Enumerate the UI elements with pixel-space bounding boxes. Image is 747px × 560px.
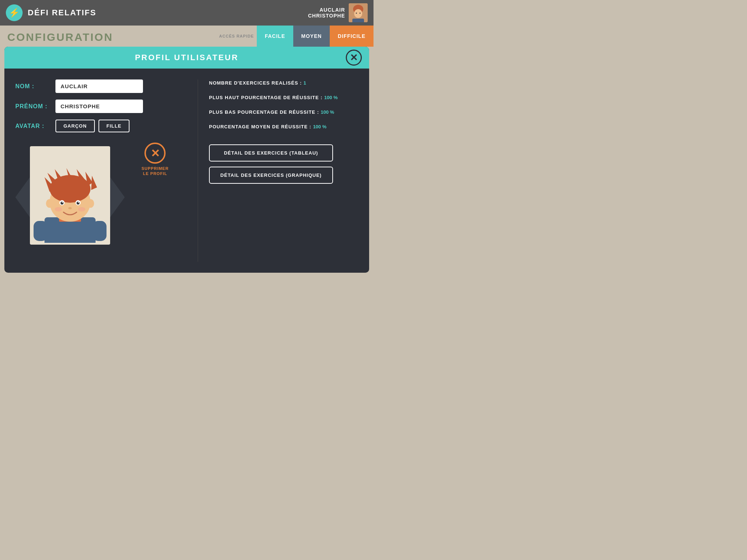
facile-button[interactable]: FACILE bbox=[257, 26, 293, 47]
garcon-button[interactable]: GARÇON bbox=[55, 120, 95, 132]
top-bar: ⚡ Défi Relatifs AUCLAIR CHRISTOPHE bbox=[0, 0, 374, 26]
actions-section: DÉTAIL DES EXERCICES (TABLEAU) DÉTAIL DE… bbox=[209, 144, 358, 184]
stat-moyen: POURCENTAGE MOYEN DE RÉUSSITE : 100 % bbox=[209, 123, 358, 130]
acces-rapide-label: ACCÈS RAPIDE bbox=[219, 34, 254, 38]
left-panel: NOM : PRÉNOM : AVATAR : GARÇON FILLE bbox=[15, 79, 190, 262]
delete-icon: ✕ bbox=[151, 147, 160, 160]
moyen-button[interactable]: MOYEN bbox=[293, 26, 330, 47]
svg-marker-17 bbox=[91, 176, 97, 190]
avatar-section: AVATAR : GARÇON FILLE bbox=[15, 120, 190, 132]
stat-plus-bas: PLUS BAS POURCENTAGE DE RÉUSSITE : 100 % bbox=[209, 109, 358, 115]
stat-plus-haut: PLUS HAUT POURCENTAGE DE RÉUSSITE : 100 … bbox=[209, 94, 358, 101]
svg-rect-30 bbox=[93, 221, 107, 241]
modal-title: PROFIL UTILISATEUR bbox=[28, 53, 346, 62]
close-icon: ✕ bbox=[350, 52, 358, 63]
user-last-name: AUCLAIR bbox=[308, 7, 345, 13]
delete-button[interactable]: ✕ bbox=[144, 143, 166, 164]
avatar-display-area bbox=[15, 139, 128, 252]
svg-point-4 bbox=[356, 13, 357, 14]
app-title: Défi Relatifs bbox=[28, 8, 96, 18]
svg-point-18 bbox=[46, 199, 53, 208]
lightning-icon: ⚡ bbox=[6, 4, 23, 21]
avatar-illustration bbox=[34, 148, 107, 243]
svg-point-28 bbox=[78, 207, 85, 211]
svg-point-26 bbox=[68, 207, 72, 209]
config-title: CONFIGURATION bbox=[7, 31, 113, 43]
svg-point-24 bbox=[62, 202, 63, 203]
modal-header: PROFIL UTILISATEUR ✕ bbox=[4, 47, 369, 69]
top-bar-right: AUCLAIR CHRISTOPHE bbox=[308, 3, 368, 22]
stat-exercices: NOMBRE D'EXERCICES REALISÉS : 1 bbox=[209, 79, 358, 86]
avatar-label: AVATAR : bbox=[15, 123, 55, 129]
graphique-button[interactable]: DÉTAIL DES EXERCICES (GRAPHIQUE) bbox=[209, 167, 333, 184]
prenom-input[interactable] bbox=[55, 100, 143, 113]
avatar-buttons: GARÇON FILLE bbox=[55, 120, 129, 132]
delete-section: ✕ SUPPRIMER LE PROFIL bbox=[142, 143, 169, 176]
sub-header: CONFIGURATION ACCÈS RAPIDE FACILE MOYEN … bbox=[0, 26, 374, 47]
svg-point-25 bbox=[78, 202, 79, 203]
tableau-button[interactable]: DÉTAIL DES EXERCICES (TABLEAU) bbox=[209, 144, 333, 162]
svg-rect-3 bbox=[352, 19, 364, 22]
difficile-button[interactable]: DIFFICILE bbox=[330, 26, 374, 47]
svg-point-5 bbox=[360, 13, 361, 14]
delete-label: SUPPRIMER LE PROFIL bbox=[142, 166, 169, 176]
nom-label: NOM : bbox=[15, 83, 55, 90]
user-first-name: CHRISTOPHE bbox=[308, 13, 345, 19]
fille-button[interactable]: FILLE bbox=[98, 120, 129, 132]
main-content: PROFIL UTILISATEUR ✕ NOM : PRÉNOM : AVAT… bbox=[4, 47, 369, 273]
user-info: AUCLAIR CHRISTOPHE bbox=[308, 7, 345, 19]
prenom-row: PRÉNOM : bbox=[15, 100, 190, 113]
svg-point-27 bbox=[55, 207, 62, 211]
close-button[interactable]: ✕ bbox=[346, 50, 362, 66]
nom-row: NOM : bbox=[15, 79, 190, 93]
svg-point-2 bbox=[354, 9, 362, 18]
right-panel: NOMBRE D'EXERCICES REALISÉS : 1 PLUS HAU… bbox=[198, 79, 358, 262]
svg-point-19 bbox=[87, 199, 94, 208]
nom-input[interactable] bbox=[55, 79, 143, 93]
prenom-label: PRÉNOM : bbox=[15, 103, 55, 110]
avatar-frame bbox=[30, 146, 110, 245]
svg-rect-29 bbox=[34, 221, 47, 241]
user-avatar-small bbox=[349, 3, 368, 22]
top-bar-left: ⚡ Défi Relatifs bbox=[6, 4, 96, 21]
profile-body: NOM : PRÉNOM : AVATAR : GARÇON FILLE bbox=[4, 69, 369, 273]
